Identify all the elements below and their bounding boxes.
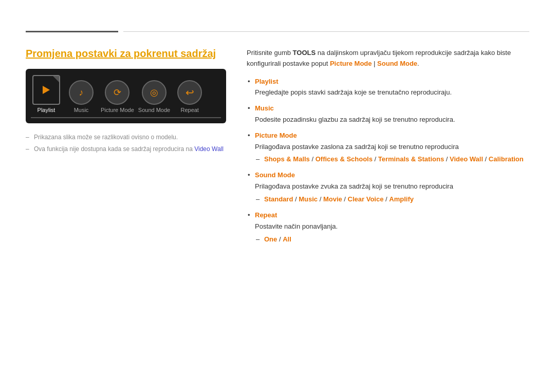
sound-mode-icon — [150, 87, 158, 98]
offices-schools: Offices & Schools — [316, 155, 373, 163]
video-wall-link[interactable]: Video Wall — [194, 145, 224, 153]
picture-mode-title: Picture Mode — [255, 132, 297, 139]
playlist-title: Playlist — [255, 78, 279, 85]
music-desc: Podesite pozadinsku glazbu za sadržaj ko… — [255, 115, 529, 125]
repeat-icon-circle — [177, 80, 202, 105]
sound-mode-label: Sound Mode — [138, 107, 170, 113]
section-title: Promjena postavki za pokrenut sadržaj — [26, 48, 226, 60]
rule-light — [123, 31, 529, 32]
amplify-option: Amplify — [389, 195, 414, 203]
sound-mode-sub-item: Standard / Music / Movie / Clear Voice /… — [255, 194, 529, 205]
toolbar-item-music[interactable]: Music — [66, 80, 97, 113]
intro-link2[interactable]: Sound Mode — [377, 60, 417, 67]
music-icon — [79, 87, 84, 98]
top-rule — [26, 31, 529, 32]
bullet-item-sound-mode: Sound Mode Prilagođava postavke zvuka za… — [247, 170, 529, 205]
intro-text: Pritisnite gumb TOOLS na daljinskom upra… — [247, 48, 529, 69]
intro-prefix: Pritisnite gumb — [247, 49, 293, 57]
music-icon-circle — [69, 80, 94, 105]
sound-mode-icon-circle — [142, 80, 166, 105]
standard-option: Standard — [264, 195, 293, 203]
music-title: Music — [255, 104, 274, 112]
toolbar-box: Playlist Music Picture Mode — [26, 69, 226, 123]
picture-mode-sub-list: Shops & Malls / Offices & Schools / Term… — [255, 154, 529, 165]
note-item-1: Prikazana slika može se razlikovati ovis… — [26, 132, 226, 143]
music-label: Music — [74, 107, 89, 113]
left-column: Promjena postavki za pokrenut sadržaj Pl… — [26, 48, 226, 155]
bullet-list: Playlist Pregledajte popis stavki sadrža… — [247, 77, 529, 245]
calibration-option: Calibration — [489, 155, 524, 163]
toolbar-item-playlist[interactable]: Playlist — [31, 75, 62, 113]
content-wrapper: Promjena postavki za pokrenut sadržaj Pl… — [26, 48, 529, 250]
playlist-icon-box — [32, 75, 60, 105]
repeat-sub-item: One / All — [255, 234, 529, 245]
picture-mode-icon-circle — [105, 80, 130, 105]
toolbar-divider — [31, 117, 221, 118]
intro-link1[interactable]: Picture Mode — [330, 60, 372, 67]
music-option: Music — [299, 195, 318, 203]
shops-malls: Shops & Malls — [264, 155, 310, 163]
right-column: Pritisnite gumb TOOLS na daljinskom upra… — [247, 48, 529, 250]
notes-list: Prikazana slika može se razlikovati ovis… — [26, 132, 226, 155]
repeat-icon — [186, 86, 194, 99]
note-text-1: Prikazana slika može se razlikovati ovis… — [34, 134, 178, 141]
toolbar-item-sound-mode[interactable]: Sound Mode — [138, 80, 170, 113]
intro-sep: | — [372, 60, 378, 67]
bullet-item-repeat: Repeat Postavite način ponavljanja. One … — [247, 210, 529, 245]
terminals-stations: Terminals & Stations — [378, 155, 444, 163]
page-container: Promjena postavki za pokrenut sadržaj Pl… — [0, 0, 555, 271]
toolbar-item-repeat[interactable]: Repeat — [174, 80, 205, 113]
intro-suffix: . — [417, 60, 419, 67]
picture-mode-desc: Prilagođava postavke zaslona za sadržaj … — [255, 142, 529, 153]
repeat-desc: Postavite način ponavljanja. — [255, 221, 529, 232]
note-text-2: Ova funkcija nije dostupna kada se sadrž… — [34, 145, 194, 153]
play-icon — [43, 86, 50, 94]
bullet-item-music: Music Podesite pozadinsku glazbu za sadr… — [247, 103, 529, 125]
video-wall-option: Video Wall — [450, 155, 483, 163]
rule-dark — [26, 31, 118, 32]
repeat-label: Repeat — [180, 107, 198, 113]
toolbar-items: Playlist Music Picture Mode — [31, 75, 221, 113]
playlist-label: Playlist — [38, 107, 55, 113]
sound-mode-title: Sound Mode — [255, 171, 295, 179]
movie-option: Movie — [323, 195, 342, 203]
picture-mode-sub-item: Shops & Malls / Offices & Schools / Term… — [255, 154, 529, 165]
sound-mode-desc: Prilagođava postavke zvuka za sadržaj ko… — [255, 181, 529, 192]
repeat-sub-list: One / All — [255, 234, 529, 245]
bullet-item-picture-mode: Picture Mode Prilagođava postavke zaslon… — [247, 130, 529, 165]
note-item-2: Ova funkcija nije dostupna kada se sadrž… — [26, 143, 226, 155]
picture-mode-icon — [114, 87, 121, 98]
toolbar-item-picture-mode[interactable]: Picture Mode — [101, 80, 134, 113]
intro-bold: TOOLS — [293, 49, 316, 57]
all-option: All — [283, 235, 291, 243]
bullet-item-playlist: Playlist Pregledajte popis stavki sadrža… — [247, 77, 529, 99]
repeat-title: Repeat — [255, 211, 277, 219]
playlist-desc: Pregledajte popis stavki sadržaja koje s… — [255, 87, 529, 98]
picture-mode-label: Picture Mode — [101, 107, 134, 113]
clear-voice-option: Clear Voice — [348, 195, 384, 203]
sound-mode-sub-list: Standard / Music / Movie / Clear Voice /… — [255, 194, 529, 205]
one-option: One — [264, 235, 277, 243]
